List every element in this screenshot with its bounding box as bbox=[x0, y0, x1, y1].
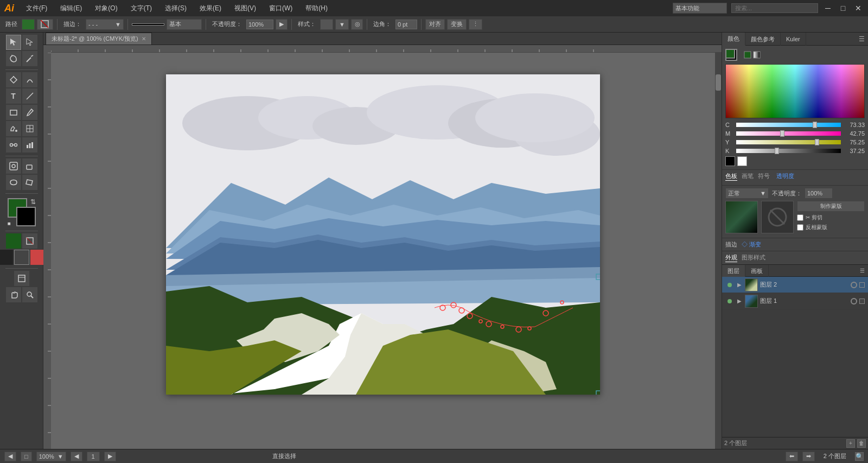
transform-btn[interactable]: 变换 bbox=[447, 19, 467, 30]
eraser-tool[interactable] bbox=[22, 158, 37, 174]
curvature-tool[interactable] bbox=[22, 72, 37, 87]
tab-graphic-styles[interactable]: 图形样式 bbox=[742, 253, 765, 262]
close-button[interactable]: ✕ bbox=[853, 4, 864, 12]
magic-wand-tool[interactable] bbox=[22, 51, 37, 66]
chart-tool[interactable] bbox=[22, 137, 37, 153]
color-mode-btn[interactable] bbox=[0, 250, 13, 265]
zoom-dropdown[interactable]: 100% ▼ bbox=[36, 452, 66, 461]
status-left-btn-2[interactable]: □ bbox=[21, 452, 32, 461]
prev-page-btn[interactable]: ◀ bbox=[71, 452, 82, 461]
search-input[interactable] bbox=[731, 3, 818, 13]
stroke-width-dropdown[interactable]: - - -▼ bbox=[86, 19, 124, 30]
maximize-button[interactable]: □ bbox=[838, 4, 848, 12]
artboard[interactable] bbox=[166, 74, 600, 395]
panel-menu-btn[interactable]: ☰ bbox=[856, 33, 868, 45]
paintbucket-tool[interactable] bbox=[6, 121, 21, 136]
lasso-tool[interactable] bbox=[6, 51, 21, 66]
white-swatch[interactable] bbox=[737, 156, 747, 166]
corner-input[interactable] bbox=[395, 20, 417, 29]
style-eye-btn[interactable]: ◎ bbox=[351, 19, 363, 30]
color-swap-btn[interactable]: ⇅ bbox=[30, 198, 36, 206]
direct-selection-tool[interactable] bbox=[22, 35, 37, 50]
menu-effect[interactable]: 效果(E) bbox=[196, 3, 225, 14]
invert-checkbox[interactable] bbox=[797, 224, 803, 231]
foreground-swatch[interactable] bbox=[725, 49, 737, 61]
layer-1-vis[interactable] bbox=[725, 297, 734, 306]
hand-tool[interactable] bbox=[6, 287, 21, 302]
gradient-icon[interactable] bbox=[753, 51, 761, 59]
tab-appearance[interactable]: 外观 bbox=[725, 253, 737, 262]
align-btn[interactable]: 对齐 bbox=[425, 19, 445, 30]
page-input[interactable] bbox=[87, 452, 100, 461]
tab-brushes[interactable]: 画笔 bbox=[742, 172, 754, 181]
layer-2-target[interactable] bbox=[851, 282, 857, 288]
layer-1-target[interactable] bbox=[851, 298, 857, 305]
menu-help[interactable]: 帮助(H) bbox=[302, 3, 331, 14]
mask-none-thumb[interactable] bbox=[761, 201, 794, 233]
opacity-input-right[interactable] bbox=[805, 188, 832, 198]
color-icon[interactable] bbox=[744, 51, 751, 59]
workspace-dropdown[interactable]: 基本功能 bbox=[673, 3, 727, 14]
type-tool[interactable]: T bbox=[6, 88, 21, 104]
search-status-btn[interactable]: 🔍 bbox=[855, 452, 864, 461]
status-left-btn-1[interactable]: ◀ bbox=[4, 452, 16, 461]
fill-color-box[interactable] bbox=[22, 19, 35, 30]
k-slider[interactable] bbox=[736, 149, 841, 153]
opacity-input[interactable] bbox=[246, 20, 273, 29]
menu-object[interactable]: 对象(O) bbox=[92, 3, 120, 14]
minimize-button[interactable]: ─ bbox=[822, 4, 833, 12]
layer-row-2[interactable]: ▶ 图层 2 bbox=[722, 277, 868, 293]
style-swatch-arrow[interactable]: ▼ bbox=[335, 19, 349, 30]
artboard-tool[interactable] bbox=[14, 271, 29, 286]
c-slider-thumb[interactable] bbox=[813, 122, 817, 128]
layers-menu-btn[interactable]: ☰ bbox=[857, 265, 868, 276]
pen-tool[interactable] bbox=[6, 72, 21, 87]
blend-mode-dropdown[interactable]: 正常 ▼ bbox=[725, 188, 769, 199]
layer-row-1[interactable]: ▶ 图层 1 bbox=[722, 293, 868, 309]
gradient-btn[interactable]: ◇ 渐变 bbox=[742, 240, 761, 249]
menu-edit[interactable]: 编辑(E) bbox=[57, 3, 85, 14]
k-slider-thumb[interactable] bbox=[775, 148, 779, 154]
tab-kuler[interactable]: Kuler bbox=[781, 33, 806, 46]
symbol-tool[interactable] bbox=[6, 158, 21, 174]
stroke-type-dropdown[interactable]: 基本 bbox=[167, 19, 202, 30]
next-page-btn[interactable]: ▶ bbox=[104, 452, 116, 461]
mesh-tool[interactable] bbox=[22, 121, 37, 136]
vscroll-thumb[interactable] bbox=[716, 74, 721, 91]
tab-artboards[interactable]: 画板 bbox=[745, 265, 769, 277]
tab-color[interactable]: 颜色 bbox=[722, 33, 745, 46]
tab-swatches[interactable]: 色板 bbox=[725, 172, 737, 181]
layer-1-expand[interactable]: ▶ bbox=[736, 298, 743, 305]
delete-layer-btn[interactable]: 🗑 bbox=[857, 439, 866, 448]
layer-2-expand[interactable]: ▶ bbox=[736, 282, 743, 288]
m-slider-thumb[interactable] bbox=[780, 130, 784, 137]
make-mask-btn[interactable]: 制作蒙版 bbox=[797, 201, 865, 212]
y-slider[interactable] bbox=[736, 140, 841, 144]
draw-behind-btn[interactable] bbox=[22, 233, 37, 249]
color-spectrum[interactable] bbox=[725, 64, 865, 118]
opacity-arrow-btn[interactable]: ▶ bbox=[276, 19, 288, 30]
document-tab[interactable]: 未标题-2* @ 100% (CMYK/预览) ✕ bbox=[46, 33, 152, 45]
menu-view[interactable]: 视图(V) bbox=[231, 3, 259, 14]
zoom-tool[interactable] bbox=[22, 287, 37, 302]
draw-inside-btn[interactable] bbox=[6, 233, 21, 249]
background-color[interactable] bbox=[16, 207, 36, 226]
free-transform-tool[interactable] bbox=[22, 175, 37, 190]
line-tool[interactable] bbox=[22, 88, 37, 104]
selection-tool[interactable] bbox=[6, 35, 21, 50]
extra-options-btn[interactable]: ⋮ bbox=[469, 19, 482, 30]
fg-swatch-inner[interactable] bbox=[725, 49, 735, 59]
tab-layers[interactable]: 图层 bbox=[722, 265, 745, 277]
rectangle-tool[interactable] bbox=[6, 105, 21, 120]
menu-text[interactable]: 文字(T) bbox=[127, 3, 155, 14]
tab-symbols[interactable]: 符号 bbox=[758, 172, 770, 181]
status-info-btn[interactable]: ⬅ bbox=[786, 452, 798, 461]
black-swatch[interactable] bbox=[725, 156, 735, 166]
color-reset-btn[interactable]: ■ bbox=[8, 220, 11, 226]
new-layer-btn[interactable]: + bbox=[846, 439, 855, 448]
canvas-scroll[interactable] bbox=[51, 53, 715, 449]
c-slider[interactable] bbox=[736, 123, 841, 127]
y-slider-thumb[interactable] bbox=[815, 139, 819, 145]
gradient-mode-btn[interactable] bbox=[14, 250, 29, 265]
menu-window[interactable]: 窗口(W) bbox=[266, 3, 296, 14]
